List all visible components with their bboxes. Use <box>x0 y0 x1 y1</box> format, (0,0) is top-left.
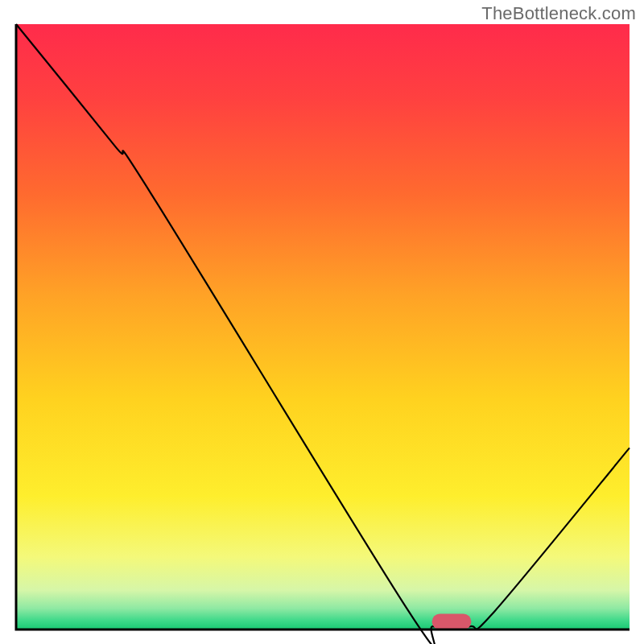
optimal-marker <box>432 613 472 630</box>
bottleneck-chart <box>0 0 644 644</box>
chart-background <box>16 24 630 630</box>
